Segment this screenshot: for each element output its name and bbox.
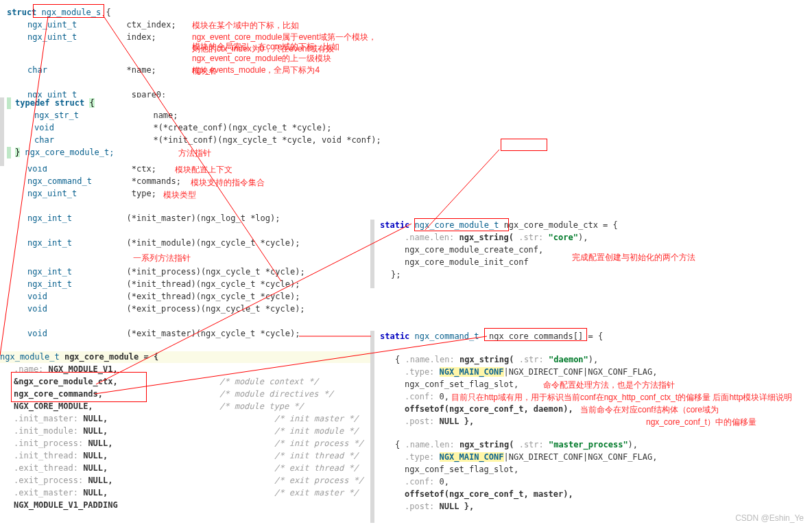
annotation: 一系列方法指针 xyxy=(133,253,191,264)
annotation: 模块支持的指令集合 xyxy=(191,177,265,189)
code: ngx_uint_t xyxy=(27,20,77,30)
annotation: 方法指针 xyxy=(178,148,211,159)
typedef-pane: typedef struct { ngx_str_t name; void *(… xyxy=(0,97,439,166)
annotation: 当前命令在对应conf结构体（core域为 xyxy=(580,404,719,416)
module-def-pane: ngx_module_t ngx_core_module = { .name: … xyxy=(0,351,384,527)
annotation: 模块名 xyxy=(192,65,217,77)
ctx-pane: static ngx_core_module_t ngx_core_module… xyxy=(370,220,809,288)
annotation: 命令配置处理方法，也是个方法指针 xyxy=(543,379,675,391)
annotation: 模块的全局索引，在core域的下标，比如ngx_event_core_modul… xyxy=(192,41,384,76)
annotation: 模块类型 xyxy=(163,189,196,201)
annotation: 完成配置创建与初始化的两个方法 xyxy=(572,252,695,264)
box-typedef-init xyxy=(501,139,547,151)
struct-pane: struct ngx_module_s { ngx_uint_t ctx_ind… xyxy=(0,0,384,343)
annotation: ngx_core_conf_t）中的偏移量 xyxy=(646,417,756,428)
watermark: CSDN @Eshin_Ye xyxy=(735,513,804,524)
commands-pane: static ngx_command_t ngx_core_commands[]… xyxy=(370,331,809,523)
annotation: 目前只在http域有用，用于标识当前conf在ngx_http_conf_ctx… xyxy=(451,392,792,403)
typedef-name: ngx_core_module_t; xyxy=(25,148,114,157)
